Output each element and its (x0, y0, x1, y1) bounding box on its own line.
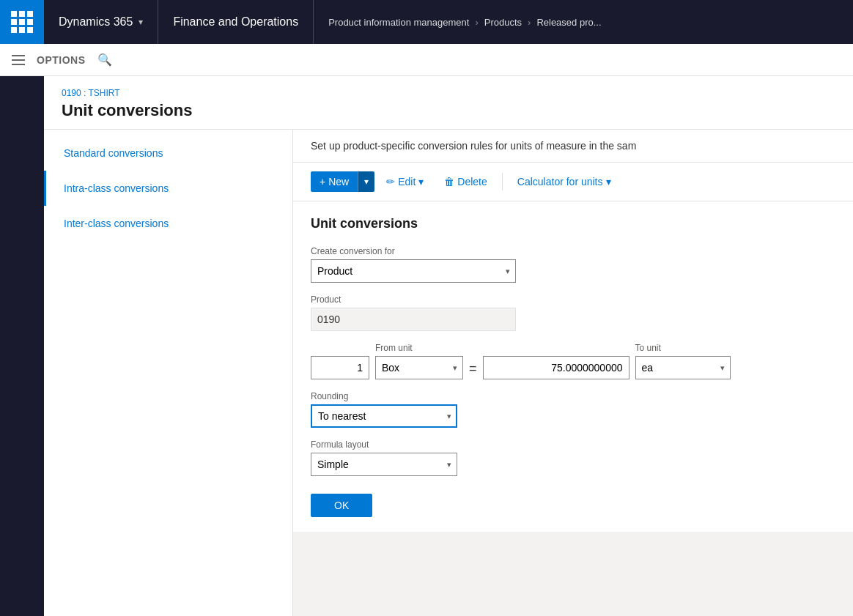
create-conversion-label: Create conversion for (311, 246, 835, 256)
secondary-toolbar: OPTIONS 🔍 (0, 44, 853, 76)
new-button-group: + New ▾ (311, 171, 374, 192)
new-main-button[interactable]: + New (311, 171, 358, 192)
description-text: Set up product-specific conversion rules… (311, 140, 636, 152)
plus-icon: + (320, 176, 325, 188)
to-value-label-spacer (483, 343, 629, 353)
breadcrumb-sep-0: › (475, 17, 478, 28)
toolbar-divider (502, 173, 503, 190)
formula-layout-group: Formula layout Simple Advanced ▾ (311, 439, 835, 476)
nav-title: Finance and Operations (158, 0, 314, 44)
right-panel: Set up product-specific conversion rules… (293, 130, 853, 616)
rounding-select[interactable]: To nearest Up Down (311, 404, 457, 428)
from-unit-label-spacer (311, 343, 369, 353)
delete-label: Delete (457, 176, 487, 188)
delete-icon: 🗑 (444, 176, 454, 188)
nav-item-interclass[interactable]: Inter-class conversions (44, 206, 292, 241)
top-nav: Dynamics 365 ▾ Finance and Operations Pr… (0, 0, 853, 44)
edit-icon: ✏ (386, 176, 395, 188)
to-unit-group: To unit ea Box kg lb ▾ (635, 343, 731, 379)
breadcrumb-item-0[interactable]: Product information management (328, 17, 469, 28)
calculator-button[interactable]: Calculator for units ▾ (509, 171, 620, 192)
to-unit-label: To unit (635, 343, 731, 353)
to-value-group (483, 343, 629, 379)
breadcrumb-sep-1: › (528, 17, 531, 28)
to-unit-select-wrapper: ea Box kg lb ▾ (635, 356, 731, 379)
to-unit-select[interactable]: ea Box kg lb (635, 356, 731, 379)
new-dropdown-button[interactable]: ▾ (358, 171, 374, 192)
equals-sign: = (469, 361, 477, 379)
from-unit-select[interactable]: Box ea kg lb (375, 356, 463, 379)
page-title: Unit conversions (62, 101, 835, 120)
nav-item-interclass-label: Inter-class conversions (64, 218, 169, 229)
app-launcher-button[interactable] (0, 0, 44, 44)
from-unit-label: From unit (375, 343, 463, 353)
rounding-select-wrapper: To nearest Up Down ▾ (311, 404, 457, 428)
brand-text: Dynamics 365 (59, 15, 133, 29)
nav-item-standard[interactable]: Standard conversions (44, 136, 292, 171)
calculator-chevron-icon: ▾ (606, 176, 611, 188)
nav-item-intraclass-label: Intra-class conversions (64, 182, 169, 194)
nav-title-text: Finance and Operations (173, 15, 298, 29)
description-banner: Set up product-specific conversion rules… (293, 130, 853, 163)
new-label: New (328, 176, 349, 188)
from-value-input[interactable] (311, 356, 369, 379)
brand-chevron-icon: ▾ (139, 17, 143, 27)
create-conversion-select[interactable]: Product All products (311, 259, 516, 283)
create-conversion-select-wrapper: Product All products ▾ (311, 259, 516, 283)
nav-breadcrumb: Product information management › Product… (314, 17, 616, 28)
unit-conversions-form: Unit conversions Create conversion for P… (293, 201, 853, 532)
menu-button[interactable] (12, 55, 25, 65)
form-title: Unit conversions (311, 216, 835, 231)
conversion-row: From unit Box ea kg lb ▾ (311, 343, 835, 379)
ok-button[interactable]: OK (311, 494, 372, 517)
formula-layout-select[interactable]: Simple Advanced (311, 453, 457, 476)
from-unit-select-wrapper: Box ea kg lb ▾ (375, 356, 463, 379)
to-value-input[interactable] (483, 356, 629, 379)
options-label: OPTIONS (37, 54, 86, 66)
formula-layout-select-wrapper: Simple Advanced ▾ (311, 453, 457, 476)
action-toolbar: + New ▾ ✏ Edit ▾ 🗑 Delete (293, 163, 853, 201)
page-header: 0190 : TSHIRT Unit conversions (44, 76, 853, 130)
delete-button[interactable]: 🗑 Delete (435, 171, 495, 192)
main-layout: 0190 : TSHIRT Unit conversions Standard … (0, 76, 853, 616)
edit-label: Edit (398, 176, 416, 188)
rounding-group: Rounding To nearest Up Down ▾ (311, 391, 835, 428)
page-breadcrumb: 0190 : TSHIRT (62, 88, 835, 98)
create-conversion-group: Create conversion for Product All produc… (311, 246, 835, 283)
edit-button[interactable]: ✏ Edit ▾ (377, 171, 432, 192)
nav-item-intraclass[interactable]: Intra-class conversions (44, 171, 292, 206)
search-icon[interactable]: 🔍 (97, 53, 112, 67)
app-launcher-icon (11, 11, 33, 33)
left-sidebar (0, 76, 44, 616)
edit-chevron-icon: ▾ (418, 176, 424, 188)
rounding-label: Rounding (311, 391, 835, 401)
breadcrumb-item-1[interactable]: Products (484, 17, 522, 28)
nav-brand[interactable]: Dynamics 365 ▾ (44, 0, 158, 44)
from-unit-group: From unit Box ea kg lb ▾ (375, 343, 463, 379)
product-value: 0190 (311, 308, 516, 331)
formula-layout-label: Formula layout (311, 439, 835, 450)
product-group: Product 0190 (311, 294, 835, 331)
nav-item-standard-label: Standard conversions (64, 147, 163, 159)
product-label: Product (311, 294, 835, 305)
content-area: 0190 : TSHIRT Unit conversions Standard … (44, 76, 853, 616)
breadcrumb-item-2[interactable]: Released pro... (536, 17, 601, 28)
from-value-group (311, 343, 369, 379)
left-nav-panel: Standard conversions Intra-class convers… (44, 130, 293, 616)
calculator-label: Calculator for units (517, 176, 603, 188)
two-col-layout: Standard conversions Intra-class convers… (44, 130, 853, 616)
